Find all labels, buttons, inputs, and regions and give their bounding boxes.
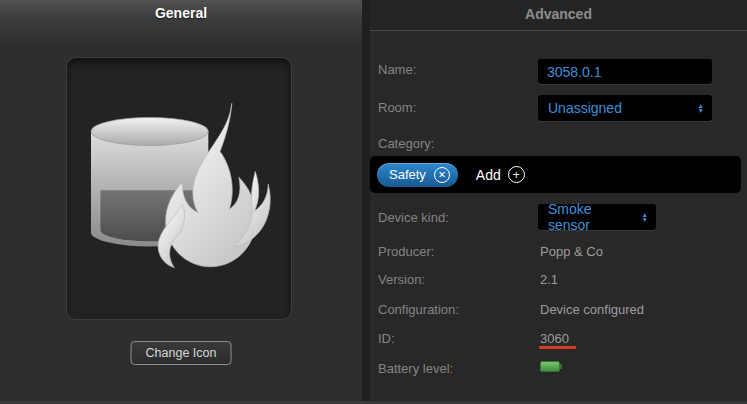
name-input[interactable]: [538, 59, 712, 84]
battery-full-icon: [540, 361, 560, 372]
category-label: Category:: [378, 136, 434, 151]
version-label: Version:: [378, 272, 425, 287]
battery-level-label: Battery level:: [378, 361, 453, 376]
remove-tag-icon[interactable]: ✕: [434, 167, 450, 183]
advanced-panel: Advanced Name: Room: Unassigned ▲▼ Categ…: [370, 0, 747, 404]
category-tag-bar: Safety ✕ Add +: [370, 156, 741, 193]
id-value: 3060: [540, 331, 569, 346]
tag-safety-label: Safety: [389, 167, 426, 182]
stepper-icon: ▲▼: [698, 103, 704, 114]
add-category-button[interactable]: Add +: [476, 166, 525, 183]
tab-advanced[interactable]: Advanced: [370, 0, 747, 31]
tag-safety[interactable]: Safety ✕: [377, 163, 458, 187]
tab-general[interactable]: General: [0, 0, 362, 43]
device-kind-label: Device kind:: [378, 210, 449, 225]
producer-label: Producer:: [378, 244, 434, 259]
smoke-detector-flame-icon: [79, 101, 279, 277]
change-icon-button[interactable]: Change Icon: [131, 341, 232, 365]
device-kind-select-value: Smoke sensor: [548, 201, 634, 233]
device-settings-window: General: [0, 0, 747, 404]
id-red-underline-annotation: [539, 346, 576, 349]
version-value: 2.1: [540, 272, 558, 287]
stepper-icon: ▲▼: [642, 212, 648, 223]
name-label: Name:: [378, 62, 416, 77]
producer-value: Popp & Co: [540, 244, 603, 259]
device-kind-select[interactable]: Smoke sensor ▲▼: [538, 204, 656, 230]
add-icon: +: [508, 166, 525, 183]
room-select-value: Unassigned: [548, 100, 622, 116]
room-select[interactable]: Unassigned ▲▼: [538, 95, 712, 121]
configuration-value: Device configured: [540, 302, 644, 317]
room-label: Room:: [378, 100, 416, 115]
device-icon-box: [66, 57, 292, 320]
general-panel: General: [0, 0, 362, 404]
add-category-label: Add: [476, 167, 501, 183]
id-label: ID:: [378, 331, 395, 346]
configuration-label: Configuration:: [378, 302, 459, 317]
